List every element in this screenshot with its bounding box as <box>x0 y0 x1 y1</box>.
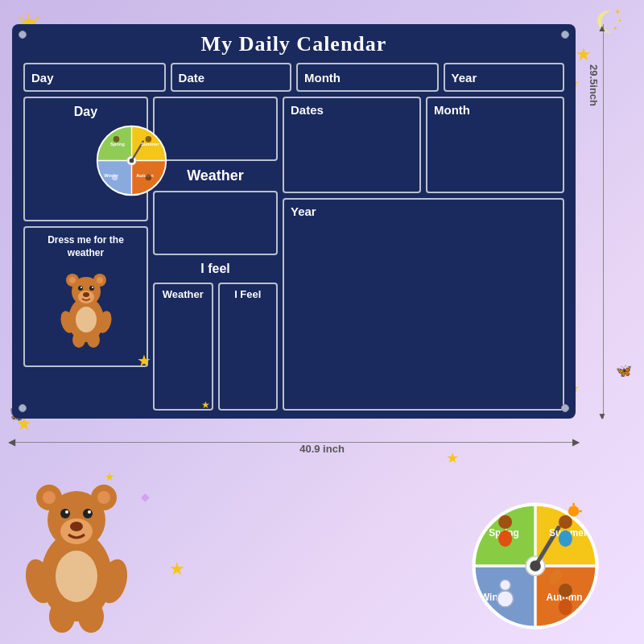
left-column: Day <box>23 97 148 411</box>
grommet-br <box>561 404 569 412</box>
star-bottom-3: ★ <box>446 449 459 467</box>
day-big-box: Day <box>23 97 148 221</box>
svg-point-55 <box>88 510 91 514</box>
svg-point-67 <box>530 560 541 572</box>
svg-point-65 <box>526 556 545 576</box>
board-title: My Daily Calendar <box>23 32 564 56</box>
svg-text:Summer: Summer <box>549 527 588 539</box>
header-row: Day Date Month Year <box>23 63 564 92</box>
svg-point-27 <box>112 175 118 181</box>
right-top-row: Dates Month <box>283 97 564 193</box>
main-content-row: Day <box>23 97 564 411</box>
svg-point-61 <box>78 601 104 633</box>
moon-decoration: ✦ ✦ ✦ <box>593 6 624 40</box>
weather-main-label: Weather <box>153 166 278 186</box>
svg-point-56 <box>70 522 83 531</box>
svg-point-44 <box>87 332 100 348</box>
dates-box: Dates <box>283 97 421 193</box>
svg-line-66 <box>535 527 559 566</box>
weather-display-box <box>153 191 278 255</box>
svg-point-37 <box>80 287 82 288</box>
seasons-spinner-small: Spring Summer Autumn Winter <box>93 122 170 199</box>
svg-point-39 <box>83 292 89 297</box>
width-dimension-label: 40.9 inch <box>299 443 345 455</box>
height-dimension-label: 29.5inch <box>588 64 600 106</box>
weather-small-box: Weather <box>153 283 213 411</box>
dress-label: Dress me for the weather <box>31 234 140 259</box>
svg-point-33 <box>97 277 103 283</box>
svg-point-38 <box>92 287 93 288</box>
center-column: Weather I feel Weather I Feel <box>153 97 278 411</box>
bear-icon-board <box>58 267 114 350</box>
svg-point-78 <box>497 591 513 607</box>
svg-point-58 <box>21 556 57 606</box>
ifeel-small-box: I Feel <box>218 283 279 411</box>
svg-text:✦: ✦ <box>613 25 618 32</box>
header-day: Day <box>23 63 166 92</box>
svg-point-72 <box>498 515 512 529</box>
seasons-spinner-large: Spring Summer Autumn Winter <box>467 497 604 638</box>
svg-point-79 <box>500 580 511 591</box>
width-dimension-line <box>12 442 576 443</box>
diamond-decoration-2: ◆ <box>141 490 150 503</box>
svg-point-40 <box>76 307 97 332</box>
butterfly-decoration-2: 🦋 <box>616 363 632 378</box>
center-top-box <box>153 97 278 161</box>
svg-point-43 <box>72 332 85 348</box>
month-box: Month <box>426 97 564 193</box>
svg-point-49 <box>43 491 56 504</box>
svg-point-25 <box>146 136 152 142</box>
header-date: Date <box>171 63 291 92</box>
calendar-board: My Daily Calendar Day Date Month Year Da… <box>12 24 576 419</box>
svg-text:Spring: Spring <box>489 527 519 539</box>
svg-line-7 <box>35 17 39 20</box>
svg-text:✦: ✦ <box>614 7 621 16</box>
star-decoration-1: ★ <box>576 44 592 65</box>
svg-point-26 <box>146 175 152 181</box>
svg-point-62 <box>474 505 597 628</box>
svg-point-77 <box>559 599 572 615</box>
bear-decoration-large <box>20 472 133 636</box>
svg-point-36 <box>89 286 94 291</box>
svg-point-46 <box>47 491 105 549</box>
dates-label: Dates <box>291 103 324 117</box>
svg-point-76 <box>559 584 572 597</box>
svg-point-45 <box>41 531 112 621</box>
width-arrow-right: ▶ <box>572 436 580 448</box>
svg-point-73 <box>498 530 512 547</box>
dress-me-box: Dress me for the weather <box>23 226 148 367</box>
ifeel-main-label: I feel <box>153 260 278 278</box>
svg-point-52 <box>60 509 70 518</box>
grommet-tr <box>561 31 569 39</box>
svg-point-48 <box>91 485 117 510</box>
svg-text:Summer: Summer <box>141 142 160 147</box>
svg-point-24 <box>114 136 120 142</box>
grommet-bl <box>19 404 27 412</box>
svg-text:✦: ✦ <box>617 18 622 23</box>
year-label: Year <box>291 204 316 218</box>
weather-small-label: Weather <box>163 288 204 300</box>
svg-point-54 <box>65 510 68 514</box>
svg-point-83 <box>547 567 565 586</box>
svg-point-60 <box>49 601 75 633</box>
year-box: Year <box>283 198 564 411</box>
star-decoration-4: ★ <box>105 470 115 483</box>
height-dimension-line <box>603 24 604 419</box>
svg-point-53 <box>83 509 93 518</box>
height-arrow-bottom: ▼ <box>597 411 607 422</box>
svg-point-47 <box>36 485 62 510</box>
right-column: Dates Month Year <box>283 97 564 411</box>
svg-point-75 <box>559 530 572 547</box>
svg-point-51 <box>60 518 93 544</box>
header-year: Year <box>444 63 564 92</box>
svg-line-5 <box>19 17 23 20</box>
bottom-labels-row: Weather I Feel <box>153 283 278 411</box>
svg-point-74 <box>559 515 572 529</box>
svg-point-19 <box>130 159 134 163</box>
grommet-tl <box>19 31 27 39</box>
svg-text:Winter: Winter <box>481 592 510 603</box>
star-decoration-5: ★ <box>169 559 185 580</box>
header-month: Month <box>296 63 439 92</box>
svg-text:Autumn: Autumn <box>547 592 583 603</box>
width-arrow-left: ◀ <box>8 436 15 448</box>
